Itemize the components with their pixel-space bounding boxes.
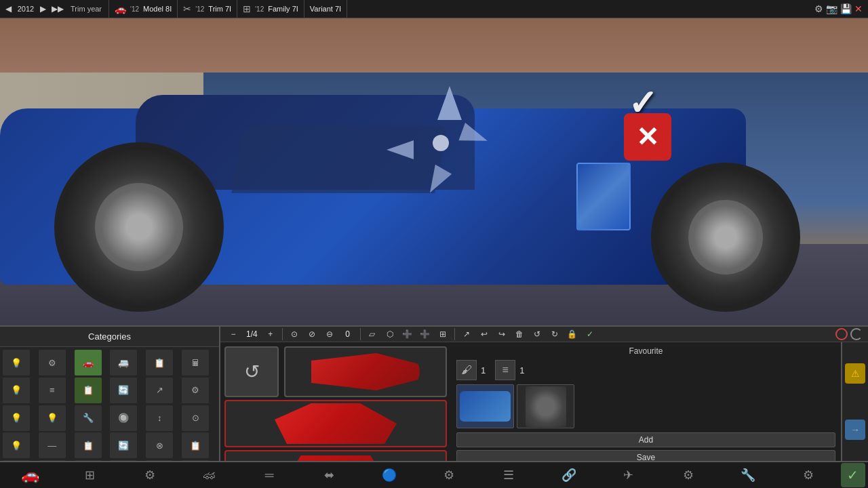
cat-item[interactable]: ↕ xyxy=(146,405,173,431)
rotate-btn[interactable]: ⊙ xyxy=(287,327,302,342)
cat-item[interactable]: 💡 xyxy=(39,405,66,431)
gizmo-right-arrow xyxy=(458,123,490,150)
fraction-display: 1/4 xyxy=(243,329,260,339)
gear-thumb xyxy=(526,386,566,427)
undo-part-btn[interactable]: ↺ xyxy=(224,346,279,397)
fav-count-1: 1 xyxy=(481,365,486,375)
red-circle[interactable] xyxy=(835,328,848,340)
delete-btn[interactable]: 🗑 xyxy=(512,327,527,342)
cat-item[interactable]: ⊗ xyxy=(146,432,173,458)
c-shape[interactable] xyxy=(850,328,863,340)
model-label: Model 8I xyxy=(143,5,172,13)
cat-item[interactable]: 📋 xyxy=(75,378,102,403)
fav-paint-icon[interactable]: 🖌 xyxy=(456,360,477,380)
year-next[interactable]: ▶ xyxy=(39,4,47,14)
nav-race[interactable]: 🏎 xyxy=(182,462,237,488)
year-value: 2012 xyxy=(16,5,36,13)
year-nav: ◀ 2012 ▶ ▶▶ Trim year xyxy=(0,0,109,18)
redo2-btn[interactable]: ↻ xyxy=(547,327,562,342)
lock-btn[interactable]: 🔒 xyxy=(565,327,580,342)
nav-circle[interactable]: 🔵 xyxy=(362,462,416,488)
fav-thumb-car[interactable] xyxy=(456,384,514,428)
minus-btn[interactable]: − xyxy=(226,327,241,342)
cat-item[interactable]: 💡 xyxy=(3,378,30,403)
cat-item[interactable]: 💡 xyxy=(3,405,30,431)
nav-flight[interactable]: ✈ xyxy=(601,462,656,488)
grid-btn[interactable]: ⊞ xyxy=(435,327,450,342)
cat-item[interactable]: 🖩 xyxy=(182,350,209,375)
undo-btn[interactable]: ↺ xyxy=(530,327,545,342)
car-wheel-front xyxy=(54,142,224,312)
move-btn[interactable]: ↩ xyxy=(477,327,492,342)
add-v-btn[interactable]: ➕ xyxy=(418,327,433,342)
cat-item[interactable]: ⚙ xyxy=(39,350,66,375)
cat-item[interactable]: 🚗 xyxy=(75,350,102,375)
nav-equals[interactable]: ⬌ xyxy=(302,462,356,488)
cat-item[interactable]: ⚙ xyxy=(182,378,209,403)
part-row-1: ↺ xyxy=(224,346,447,397)
part-preview-1[interactable] xyxy=(284,346,447,397)
model-tab[interactable]: 🚗 '12 Model 8I xyxy=(109,0,178,18)
gizmo-down-arrow xyxy=(422,165,452,198)
bottom-nav: 🚗 ⊞ ⚙ 🏎 ═ ⬌ 🔵 ⚙ ☰ 🔗 ✈ ⚙ 🔧 ⚙ ✓ xyxy=(0,461,868,488)
year-skip[interactable]: ▶▶ xyxy=(50,4,65,14)
nav-wrench[interactable]: 🔧 xyxy=(721,462,775,488)
save-icon[interactable]: 💾 xyxy=(840,3,852,14)
cat-item[interactable]: 💡 xyxy=(3,350,30,375)
nav-settings[interactable]: ⚙ xyxy=(661,462,715,488)
nav-menu[interactable]: ☰ xyxy=(481,462,536,488)
nav-config[interactable]: ⚙ xyxy=(781,462,835,488)
cat-item[interactable]: 📋 xyxy=(182,432,209,458)
sep xyxy=(282,328,283,340)
fav-icon-row-1: 🖌 1 ≡ 1 xyxy=(456,360,835,380)
reject-button[interactable]: ✕ xyxy=(624,113,671,161)
rect-btn[interactable]: ▱ xyxy=(365,327,380,342)
plus-btn[interactable]: + xyxy=(263,327,278,342)
cat-item[interactable]: ⊙ xyxy=(182,405,209,431)
nav-dash[interactable]: ═ xyxy=(242,462,296,488)
add-favourite-btn[interactable]: Add xyxy=(456,432,835,447)
hex-btn[interactable]: ⬡ xyxy=(382,327,397,342)
cat-item[interactable]: — xyxy=(39,432,66,458)
variant-tab[interactable]: Variant 7I xyxy=(304,0,347,18)
nav-grid[interactable]: ⊞ xyxy=(62,462,117,488)
cat-item[interactable]: ≡ xyxy=(39,378,66,403)
cat-item[interactable]: 🔄 xyxy=(110,432,137,458)
nav-link[interactable]: 🔗 xyxy=(542,462,596,488)
nav-gear[interactable]: ⚙ xyxy=(123,462,177,488)
cat-item[interactable]: 📋 xyxy=(146,350,173,375)
circle-btn[interactable]: ⊖ xyxy=(322,327,337,342)
family-tab[interactable]: ⊞ '12 Family 7I xyxy=(237,0,304,18)
redo-btn[interactable]: ↪ xyxy=(494,327,509,342)
cat-item[interactable]: 🔘 xyxy=(110,405,137,431)
cat-item[interactable]: 💡 xyxy=(3,432,30,458)
add-h-btn[interactable]: ➕ xyxy=(400,327,415,342)
transform-btn[interactable]: ↗ xyxy=(459,327,474,342)
fav-header: Favourite xyxy=(456,346,835,356)
fav-list-icon[interactable]: ≡ xyxy=(495,360,515,380)
next-btn[interactable]: → xyxy=(845,420,865,440)
sep xyxy=(360,328,361,340)
nav-cog[interactable]: ⚙ xyxy=(422,462,476,488)
cat-item[interactable]: 📋 xyxy=(75,432,102,458)
no-btn[interactable]: ⊘ xyxy=(304,327,319,342)
settings-icon[interactable]: ⚙ xyxy=(814,3,823,14)
family-icon: ⊞ xyxy=(243,3,251,14)
gizmo-center[interactable] xyxy=(433,135,449,151)
year-prev[interactable]: ◀ xyxy=(4,4,13,14)
trim-icon: ✂ xyxy=(183,3,191,14)
categories-header: Categories xyxy=(0,327,219,347)
confirm-btn[interactable]: ✓ xyxy=(583,327,597,342)
nav-car[interactable]: 🚗 xyxy=(3,462,57,488)
warning-btn[interactable]: ⚠ xyxy=(845,363,865,384)
trim-tab[interactable]: ✂ '12 Trim 7I xyxy=(178,0,237,18)
cat-item[interactable]: 🔄 xyxy=(110,378,137,403)
screenshot-icon[interactable]: 📷 xyxy=(826,3,837,14)
fav-thumb-gear[interactable] xyxy=(517,384,574,428)
nav-confirm[interactable]: ✓ xyxy=(841,463,865,487)
cat-item[interactable]: ↗ xyxy=(146,378,173,403)
cat-item[interactable]: 🔧 xyxy=(75,405,102,431)
close-icon[interactable]: ✕ xyxy=(854,3,863,14)
cat-item[interactable]: 🚐 xyxy=(110,350,137,375)
part-row-2[interactable] xyxy=(224,400,447,447)
